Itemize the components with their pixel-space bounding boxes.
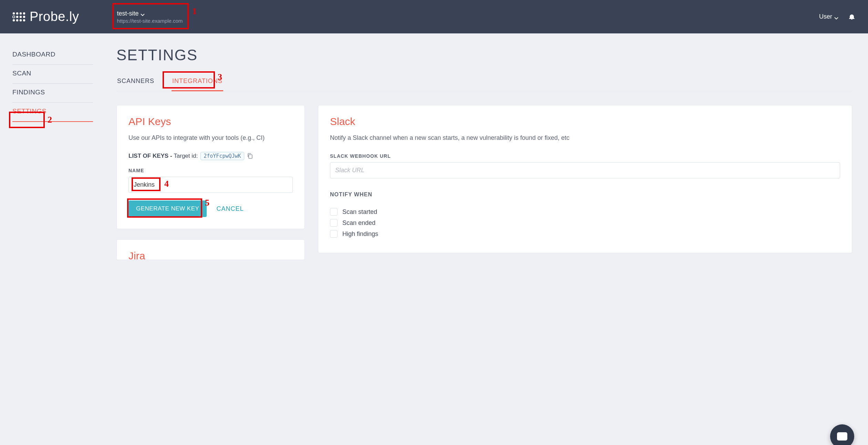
user-menu[interactable]: User — [819, 13, 838, 20]
notify-option[interactable]: Scan started — [330, 208, 840, 216]
bell-icon[interactable] — [849, 14, 855, 20]
svg-point-5 — [20, 15, 22, 18]
keys-header: LIST OF KEYS - Target id: 2foYFcpwQJwK — [128, 152, 293, 160]
svg-point-7 — [13, 19, 15, 21]
option-label: Scan started — [342, 208, 377, 216]
card-title: API Keys — [128, 116, 293, 127]
copy-icon[interactable] — [247, 153, 253, 159]
button-label: GENERATE NEW KEY — [136, 205, 199, 212]
option-label: Scan ended — [342, 219, 375, 227]
sidebar-item-label: SCAN — [12, 70, 31, 77]
annotation-number-1: 1 — [192, 6, 197, 17]
option-label: High findings — [342, 230, 378, 238]
svg-point-11 — [13, 15, 15, 18]
target-id-value: 2foYFcpwQJwK — [200, 152, 244, 160]
tab-label: SCANNERS — [117, 77, 154, 84]
sidebar-item-settings[interactable]: SETTINGS — [12, 103, 93, 122]
tabs: SCANNERS INTEGRATIONS 3 — [116, 74, 852, 91]
site-url: https://test-site.example.com — [117, 18, 183, 24]
chevron-down-icon — [141, 11, 145, 15]
logo-mark-icon — [12, 11, 27, 22]
user-label: User — [819, 13, 832, 20]
target-id-label: Target id: — [174, 153, 198, 159]
svg-point-4 — [16, 15, 18, 18]
checkbox-icon[interactable] — [330, 219, 338, 227]
card-description: Use our APIs to integrate with your tool… — [128, 134, 293, 142]
api-keys-card: API Keys Use our APIs to integrate with … — [116, 105, 305, 229]
jira-card: Jira — [116, 239, 305, 260]
notify-when-label: NOTIFY WHEN — [330, 192, 840, 198]
logo-text: Probe.ly — [30, 9, 79, 24]
slack-card: Slack Notify a Slack channel when a new … — [318, 105, 852, 253]
card-title: Slack — [330, 116, 840, 127]
tab-label: INTEGRATIONS — [172, 77, 223, 84]
notify-option[interactable]: High findings — [330, 230, 840, 238]
card-title: Jira — [128, 250, 293, 260]
sidebar-item-label: DASHBOARD — [12, 51, 55, 58]
sidebar-item-label: FINDINGS — [12, 89, 45, 96]
card-description: Notify a Slack channel when a new scan s… — [330, 134, 840, 142]
svg-point-0 — [13, 12, 15, 14]
app-header: Probe.ly test-site https://test-site.exa… — [0, 0, 868, 33]
logo-text-main: Probe — [30, 9, 65, 24]
checkbox-icon[interactable] — [330, 230, 338, 238]
svg-point-8 — [16, 19, 18, 21]
site-selector[interactable]: test-site https://test-site.example.com — [113, 8, 186, 26]
sidebar-item-dashboard[interactable]: DASHBOARD — [12, 46, 93, 65]
svg-point-10 — [23, 19, 25, 21]
slack-url-input[interactable] — [330, 162, 840, 178]
svg-rect-12 — [249, 155, 252, 158]
slack-url-label: SLACK WEBHOOK URL — [330, 153, 840, 159]
keys-list-label: LIST OF KEYS - — [128, 153, 174, 159]
sidebar-item-scan[interactable]: SCAN — [12, 65, 93, 84]
svg-point-3 — [23, 12, 25, 14]
svg-point-2 — [20, 12, 22, 14]
chevron-down-icon — [834, 15, 838, 19]
api-key-name-input[interactable] — [128, 177, 293, 193]
page-title: SETTINGS — [116, 46, 852, 64]
sidebar: DASHBOARD SCAN FINDINGS SETTINGS 2 — [0, 33, 103, 122]
button-label: CANCEL — [216, 205, 244, 212]
generate-key-button[interactable]: GENERATE NEW KEY — [128, 200, 207, 217]
tab-integrations[interactable]: INTEGRATIONS — [172, 74, 223, 91]
tab-scanners[interactable]: SCANNERS — [116, 74, 155, 91]
sidebar-item-findings[interactable]: FINDINGS — [12, 84, 93, 103]
logo-text-suffix: .ly — [65, 9, 79, 24]
svg-point-1 — [16, 12, 18, 14]
cancel-button[interactable]: CANCEL — [214, 205, 246, 213]
main-content: SETTINGS SCANNERS INTEGRATIONS 3 API Key… — [103, 33, 868, 260]
notify-option[interactable]: Scan ended — [330, 219, 840, 227]
sidebar-item-label: SETTINGS — [12, 107, 46, 115]
svg-point-6 — [23, 15, 25, 18]
app-logo: Probe.ly — [12, 9, 79, 24]
checkbox-icon[interactable] — [330, 208, 338, 216]
svg-point-9 — [20, 19, 22, 21]
site-name: test-site — [117, 10, 138, 17]
name-field-label: NAME — [128, 168, 293, 173]
